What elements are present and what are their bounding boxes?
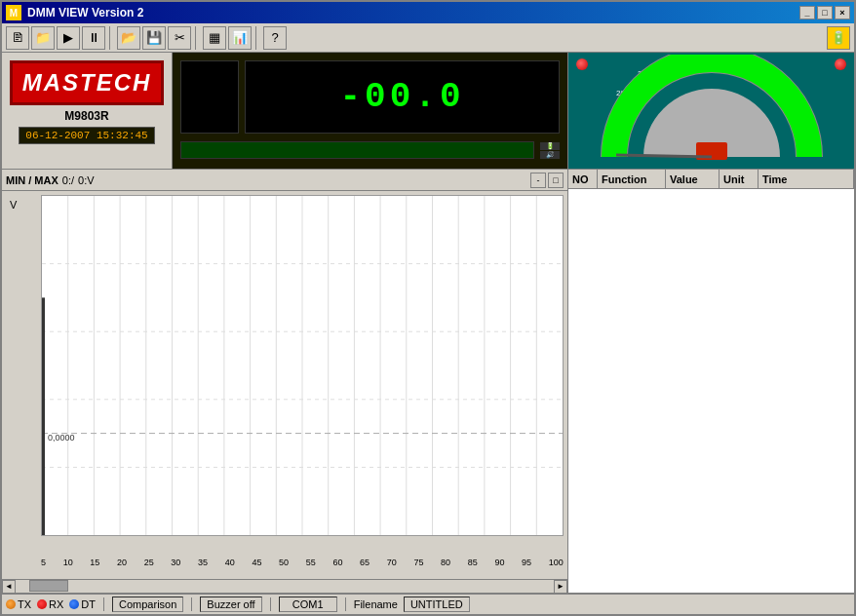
pause-button[interactable]: ⏸: [82, 26, 105, 50]
col-header-no: NO: [568, 170, 598, 188]
statusbar: TX RX DT Comparison Buzzer off COM1 File…: [2, 593, 854, 614]
x-label-100: 100: [549, 558, 564, 567]
rx-status: RX: [37, 598, 63, 610]
status-sep-2: [191, 597, 192, 611]
col-header-unit: Unit: [720, 170, 759, 188]
chart-area: V: [2, 191, 567, 579]
battery-icon: 🔋: [831, 30, 846, 45]
x-label-80: 80: [441, 558, 450, 567]
toolbar-sep-1: [109, 26, 113, 50]
chart-x-labels: 5 10 15 20 25 30 35 40 45 50 55 60 65 70: [41, 556, 564, 567]
scroll-right-button[interactable]: ►: [554, 580, 567, 594]
data-table-body[interactable]: [568, 189, 854, 593]
help-button[interactable]: ?: [263, 26, 287, 50]
x-label-30: 30: [171, 558, 180, 567]
buzzer-panel: Buzzer off: [200, 597, 261, 612]
tx-label: TX: [18, 598, 31, 610]
window-title: DMM VIEW Version 2: [27, 6, 799, 19]
toolbar-btn-2[interactable]: 📁: [31, 26, 55, 50]
chart-scrollbar: ◄ ►: [2, 579, 567, 593]
dmm-main-row: -00.0: [180, 60, 560, 134]
x-label-25: 25: [144, 558, 154, 567]
chart-grid-svg: 0,0000: [42, 196, 563, 535]
dmm-bargraph: [180, 141, 534, 159]
close-button[interactable]: ×: [835, 6, 850, 19]
dmm-mode-box: [180, 60, 239, 134]
toolbar-sep-3: [255, 26, 259, 50]
x-label-65: 65: [360, 558, 370, 567]
top-section: MASTECH M9803R 06-12-2007 15:32:45 -00.0: [2, 53, 567, 170]
minimize-button[interactable]: _: [799, 6, 815, 19]
play-button[interactable]: ▶: [57, 26, 80, 50]
x-label-70: 70: [387, 558, 397, 567]
x-label-5: 5: [41, 558, 46, 567]
toolbar-btn-6[interactable]: 💾: [142, 26, 166, 50]
dmm-value-box: -00.0: [245, 60, 560, 134]
chart-range-start: 0:/: [62, 174, 74, 186]
toolbar-btn-7[interactable]: ✂: [168, 26, 191, 50]
x-label-20: 20: [117, 558, 127, 567]
x-label-10: 10: [63, 558, 73, 567]
com-panel: COM1: [279, 597, 337, 612]
x-label-45: 45: [252, 558, 261, 567]
x-label-35: 35: [198, 558, 208, 567]
content-area: MASTECH M9803R 06-12-2007 15:32:45 -00.0: [2, 53, 854, 593]
x-label-90: 90: [494, 558, 504, 567]
dmm-bottom-row: 🔋 🔊: [180, 139, 560, 161]
save-icon: 💾: [146, 30, 162, 45]
col-header-time: Time: [759, 170, 854, 188]
left-panel: MASTECH M9803R 06-12-2007 15:32:45 -00.0: [2, 53, 567, 593]
tx-status: TX: [6, 598, 31, 610]
dmm-display: -00.0 🔋 🔊: [173, 53, 567, 169]
x-label-50: 50: [279, 558, 289, 567]
status-sep-4: [345, 597, 346, 611]
chart-min-max-buttons: - □: [530, 173, 564, 188]
comparison-panel: Comparison: [112, 597, 183, 612]
toolbar-sep-2: [195, 26, 199, 50]
play-icon: ▶: [63, 30, 73, 45]
x-label-40: 40: [225, 558, 235, 567]
window-controls: _ □ ×: [799, 6, 850, 19]
filename-label: Filename: [354, 598, 398, 610]
pause-icon: ⏸: [88, 30, 100, 45]
toolbar-btn-5[interactable]: 📂: [117, 26, 140, 50]
chart-icon: 📊: [232, 30, 248, 45]
main-window: M DMM VIEW Version 2 _ □ × 🖹 📁 ▶ ⏸ 📂: [0, 0, 856, 616]
model-name: M9803R: [64, 109, 108, 123]
battery-status-icon: 🔋: [540, 142, 560, 150]
mastech-logo: MASTECH: [10, 60, 165, 105]
chart-minus-button[interactable]: -: [530, 173, 546, 188]
new-icon: 📁: [35, 30, 51, 45]
load-icon: 📂: [121, 30, 136, 45]
sound-icon: 🔊: [540, 151, 560, 159]
help-icon: ?: [271, 30, 278, 45]
open-icon: 🖹: [12, 30, 24, 45]
x-label-60: 60: [332, 558, 342, 567]
filename-panel: UNTITLED: [404, 597, 470, 612]
app-icon: M: [6, 5, 21, 20]
maximize-button[interactable]: □: [817, 6, 833, 19]
rx-led: [37, 599, 47, 609]
toolbar-btn-13[interactable]: 🔋: [827, 26, 850, 50]
chart-section: MIN / MAX 0:/ 0:V - □ V: [2, 170, 567, 593]
dmm-icons: 🔋 🔊: [540, 142, 560, 159]
chart-range-end: 0:V: [78, 174, 95, 186]
data-table-header: NO Function Value Unit Time: [568, 170, 854, 189]
toolbar-btn-8[interactable]: ▦: [203, 26, 226, 50]
filename-value: UNTITLED: [410, 598, 463, 610]
scroll-left-button[interactable]: ◄: [2, 580, 16, 594]
dmm-value: -00.0: [339, 77, 464, 117]
title-bar: M DMM VIEW Version 2 _ □ ×: [2, 2, 854, 23]
grid-icon: ▦: [209, 30, 220, 45]
scroll-thumb[interactable]: [29, 580, 68, 592]
comparison-label: Comparison: [119, 598, 176, 610]
buzzer-label: Buzzer off: [207, 598, 254, 610]
chart-square-button[interactable]: □: [548, 173, 564, 188]
min-max-label: MIN / MAX: [6, 174, 58, 186]
chart-plot-area: 0,0000: [41, 195, 564, 556]
x-label-15: 15: [90, 558, 99, 567]
chart-inner: 0,0000: [41, 195, 564, 536]
toolbar-btn-1[interactable]: 🖹: [6, 26, 29, 50]
col-header-value: Value: [666, 170, 720, 188]
toolbar-btn-9[interactable]: 📊: [228, 26, 252, 50]
